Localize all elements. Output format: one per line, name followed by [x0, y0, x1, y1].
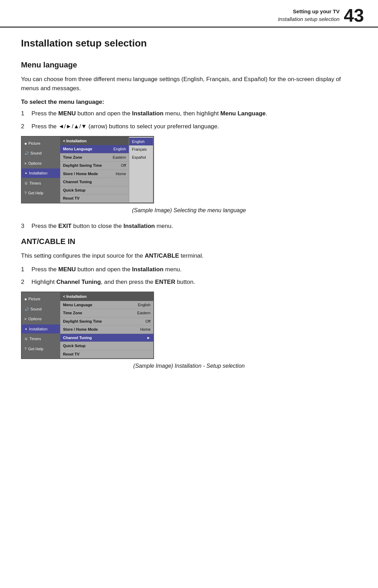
row-label-channeltuning: Channel Tuning	[63, 179, 92, 185]
row-value-dst: Off	[121, 163, 126, 168]
sidebar2-item-options: ≡ Options	[22, 314, 60, 324]
sidebar-item-options: ≡ Options	[22, 159, 60, 168]
step-number-3: 3	[21, 222, 27, 231]
page-header: Setting up your TV Installation setup se…	[0, 0, 378, 28]
tv-row-menu-language: Menu Language English	[60, 145, 129, 153]
sound2-icon: 🔊	[24, 307, 29, 312]
sidebar2-item-timers: ① Timers	[22, 334, 60, 344]
tv-row-timezone: Time Zone Eastern	[60, 153, 129, 162]
row-label-dst: Daylight Saving Time	[63, 163, 102, 168]
ant-step-number-1: 1	[21, 265, 27, 274]
step-3-text: Press the EXIT button to close the Insta…	[31, 222, 173, 231]
tv2-row-label-sm: Store / Home Mode	[63, 327, 98, 332]
tv2-row-quicksetup: Quick Setup	[60, 342, 153, 350]
row-label-storemode: Store / Home Mode	[63, 171, 98, 177]
picture2-icon: ■	[24, 296, 27, 302]
header-title: Setting up your TV	[278, 8, 340, 16]
caption-2: (Sample Image) Installation - Setup sele…	[21, 362, 357, 370]
step-1-text: Press the MENU button and open the Insta…	[31, 109, 267, 118]
row-value-storemode: Home	[116, 171, 126, 177]
tv2-row-label-ct: Channel Tuning	[63, 335, 92, 341]
row-value-timezone: Eastern	[113, 155, 126, 160]
ant-steps-list: 1 Press the MENU button and open the Ins…	[21, 265, 357, 287]
sidebar2-label-installation: Installation	[29, 326, 48, 332]
sidebar-item-timers: ① Timers	[22, 179, 60, 188]
header-subtitle: Installation setup selection	[278, 15, 340, 23]
sidebar-item-installation: ✦ Installation	[22, 168, 60, 178]
sidebar2-item-gethelp: ? Get Help	[22, 344, 60, 354]
steps-list-1: 1 Press the MENU button and open the Ins…	[21, 109, 357, 131]
ant-step-2: 2 Highlight Channel Tuning, and then pre…	[21, 278, 357, 287]
options-icon: ≡	[24, 161, 27, 166]
tv2-row-value-ml: English	[138, 302, 150, 308]
sidebar2-label-gethelp: Get Help	[28, 346, 43, 352]
submenu-item-espanol: Español	[129, 153, 153, 162]
tv2-row-channeltuning: Channel Tuning ►	[60, 334, 153, 342]
sidebar-label-options: Options	[28, 160, 42, 166]
sidebar-label-installation: Installation	[29, 170, 48, 176]
sidebar-label-sound: Sound	[30, 150, 42, 156]
tv-menu-screenshot-1: ■ Picture 🔊 Sound ≡ Options ✦ Installati…	[21, 136, 154, 203]
ant-cable-title: ANT/CABLE IN	[21, 236, 357, 247]
help-icon: ?	[24, 191, 27, 196]
tv-panel-header-2: < Installation	[60, 292, 153, 301]
tv-main-panel-2: < Installation Menu Language English Tim…	[60, 292, 153, 358]
sidebar2-item-picture: ■ Picture	[22, 294, 60, 304]
ant-step-2-text: Highlight Channel Tuning, and then press…	[31, 278, 195, 287]
sidebar-label-picture: Picture	[28, 141, 40, 146]
tv-language-submenu: English Français Español	[129, 137, 153, 203]
main-content: Installation setup selection Menu langua…	[0, 28, 378, 391]
ant-step-number-2: 2	[21, 278, 27, 287]
sidebar-label-gethelp: Get Help	[28, 190, 43, 196]
screenshot-1-wrapper: ■ Picture 🔊 Sound ≡ Options ✦ Installati…	[21, 136, 357, 203]
caption-1: (Sample Image) Selecting the menu langua…	[21, 206, 357, 215]
timers2-icon: ①	[24, 336, 28, 342]
sidebar-label-timers: Timers	[29, 180, 41, 186]
options2-icon: ≡	[24, 316, 27, 322]
tv2-row-label-tz: Time Zone	[63, 310, 82, 316]
tv2-row-label-ml: Menu Language	[63, 302, 92, 308]
tv-row-quicksetup: Quick Setup	[60, 186, 129, 195]
step-2-text: Press the ◄/►/▲/▼ (arrow) buttons to sel…	[31, 122, 219, 131]
screenshot-2-wrapper: ■ Picture 🔊 Sound ≡ Options ✦ Installati…	[21, 292, 357, 359]
row-label-resettv: Reset TV	[63, 195, 79, 201]
header-text: Setting up your TV Installation setup se…	[278, 8, 340, 23]
steps-list-2: 3 Press the EXIT button to close the Ins…	[21, 222, 357, 231]
tv2-row-menu-language: Menu Language English	[60, 301, 153, 309]
sidebar2-item-installation: ✦ Installation	[22, 324, 60, 334]
tv-row-dst: Daylight Saving Time Off	[60, 162, 129, 170]
submenu-item-english: English	[129, 138, 153, 146]
tv2-row-storemode: Store / Home Mode Home	[60, 325, 153, 334]
tv-menu-screenshot-2: ■ Picture 🔊 Sound ≡ Options ✦ Installati…	[21, 292, 154, 359]
sidebar2-label-sound: Sound	[30, 306, 42, 312]
tv2-row-label-dst: Daylight Saving Time	[63, 318, 102, 324]
installation2-icon: ✦	[24, 327, 27, 332]
tv2-row-value-ct: ►	[147, 335, 150, 341]
tv-sidebar-1: ■ Picture 🔊 Sound ≡ Options ✦ Installati…	[22, 137, 60, 203]
timers-icon: ①	[24, 181, 28, 186]
tv-panel-header-1: < Installation	[60, 137, 129, 145]
sidebar2-item-sound: 🔊 Sound	[22, 304, 60, 314]
tv2-row-label-rt: Reset TV	[63, 351, 79, 357]
step-number-1: 1	[21, 109, 27, 118]
installation-icon: ✦	[24, 171, 27, 176]
sidebar2-label-picture: Picture	[28, 296, 40, 302]
tv-sidebar-2: ■ Picture 🔊 Sound ≡ Options ✦ Installati…	[22, 292, 60, 358]
tv2-row-value-sm: Home	[140, 327, 150, 332]
ant-step-1: 1 Press the MENU button and open the Ins…	[21, 265, 357, 274]
sound-icon: 🔊	[24, 151, 29, 156]
step-2: 2 Press the ◄/►/▲/▼ (arrow) buttons to s…	[21, 122, 357, 131]
ant-step-1-text: Press the MENU button and open the Insta…	[31, 265, 182, 274]
step-3: 3 Press the EXIT button to close the Ins…	[21, 222, 357, 231]
step-number-2: 2	[21, 122, 27, 131]
step-1: 1 Press the MENU button and open the Ins…	[21, 109, 357, 118]
tv2-row-timezone: Time Zone Eastern	[60, 309, 153, 317]
menu-language-intro: You can choose from three different menu…	[21, 75, 357, 93]
section-main-title: Installation setup selection	[21, 36, 357, 51]
tv-main-panel-1: < Installation Menu Language English Tim…	[60, 137, 129, 203]
row-label-timezone: Time Zone	[63, 155, 82, 160]
tv-row-storemode: Store / Home Mode Home	[60, 170, 129, 178]
to-select-label: To select the menu language:	[21, 98, 357, 107]
picture-icon: ■	[24, 141, 27, 146]
row-value-menu-language: English	[113, 146, 126, 152]
